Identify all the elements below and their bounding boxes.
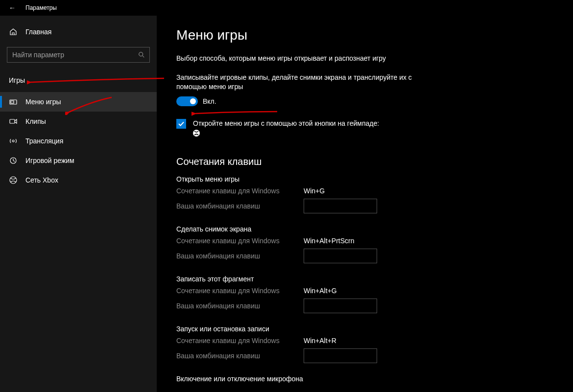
hotkey-user-input[interactable] bbox=[304, 199, 377, 213]
hotkey-group-name: Сделать снимок экрана bbox=[176, 225, 553, 233]
hotkey-windows-value: Win+Alt+PrtScrn bbox=[304, 237, 354, 245]
hotkey-group-name: Запуск или остановка записи bbox=[176, 325, 553, 333]
hotkey-windows-label: Сочетание клавиш для Windows bbox=[176, 287, 304, 295]
checkbox-text: Откройте меню игры с помощью этой кнопки… bbox=[193, 119, 379, 128]
hotkey-user-label: Ваша комбинация клавиш bbox=[176, 252, 304, 260]
sidebar-item-label: Клипы bbox=[25, 117, 46, 125]
svg-rect-3 bbox=[10, 119, 15, 123]
hotkey-user-input[interactable] bbox=[304, 348, 377, 363]
hotkey-group-name: Записать этот фрагмент bbox=[176, 275, 553, 283]
gamepad-checkbox[interactable] bbox=[176, 119, 186, 129]
hotkey-group: Записать этот фрагментСочетание клавиш д… bbox=[176, 275, 553, 313]
svg-rect-2 bbox=[11, 101, 14, 103]
clips-icon bbox=[9, 117, 18, 126]
sidebar-item-label: Сеть Xbox bbox=[25, 176, 58, 184]
hotkey-group: Открыть меню игрыСочетание клавиш для Wi… bbox=[176, 175, 553, 213]
sidebar-item-clips[interactable]: Клипы bbox=[0, 112, 157, 131]
sidebar-item-label: Трансляция bbox=[25, 137, 63, 145]
mic-section-title: Включение или отключение микрофона bbox=[176, 375, 553, 383]
intro-text: Выбор способа, которым меню игры открыва… bbox=[176, 54, 431, 63]
hotkey-windows-label: Сочетание клавиш для Windows bbox=[176, 337, 304, 345]
page-title: Меню игры bbox=[176, 27, 553, 43]
sidebar-section-label: Игры bbox=[0, 68, 157, 92]
sidebar-item-label: Игровой режим bbox=[25, 157, 74, 164]
xbox-guide-icon bbox=[193, 130, 379, 137]
toggle-knob bbox=[190, 98, 196, 104]
hotkey-user-label: Ваша комбинация клавиш bbox=[176, 202, 304, 210]
hotkey-windows-value: Win+Alt+R bbox=[304, 337, 336, 345]
titlebar: ← Параметры bbox=[0, 0, 573, 16]
search-wrap bbox=[7, 47, 150, 63]
toggle-value: Вкл. bbox=[203, 97, 216, 105]
sidebar-item-game-mode[interactable]: Игровой режим bbox=[0, 151, 157, 170]
hotkey-windows-value: Win+Alt+G bbox=[304, 287, 337, 295]
broadcast-icon bbox=[9, 137, 18, 145]
search-input[interactable] bbox=[7, 47, 150, 63]
app-title: Параметры bbox=[25, 4, 57, 11]
hotkey-windows-label: Сочетание клавиш для Windows bbox=[176, 237, 304, 245]
sidebar-item-label: Меню игры bbox=[25, 98, 61, 106]
content: Меню игры Выбор способа, которым меню иг… bbox=[157, 16, 573, 392]
svg-point-4 bbox=[12, 140, 14, 142]
back-arrow-icon[interactable]: ← bbox=[9, 4, 16, 12]
sidebar-item-xbox-network[interactable]: Сеть Xbox bbox=[0, 170, 157, 190]
sidebar: Главная Игры Меню игры bbox=[0, 16, 157, 392]
hotkey-user-input[interactable] bbox=[304, 299, 377, 313]
hotkey-group: Запуск или остановка записиСочетание кла… bbox=[176, 325, 553, 363]
home-icon bbox=[9, 27, 18, 36]
hotkey-user-label: Ваша комбинация клавиш bbox=[176, 302, 304, 310]
svg-point-7 bbox=[193, 130, 200, 137]
hotkey-user-input[interactable] bbox=[304, 249, 377, 263]
xbox-icon bbox=[9, 176, 18, 184]
svg-point-6 bbox=[10, 177, 17, 184]
sidebar-home-label: Главная bbox=[25, 28, 51, 36]
hotkey-windows-value: Win+G bbox=[304, 187, 325, 195]
hotkey-windows-label: Сочетание клавиш для Windows bbox=[176, 187, 304, 195]
game-bar-toggle[interactable] bbox=[176, 96, 198, 106]
hotkey-user-label: Ваша комбинация клавиш bbox=[176, 352, 304, 360]
toggle-description: Записывайте игровые клипы, делайте снимк… bbox=[176, 73, 431, 92]
hotkeys-title: Сочетания клавиш bbox=[176, 156, 553, 167]
game-mode-icon bbox=[9, 156, 18, 165]
game-bar-icon bbox=[9, 97, 18, 106]
hotkey-group-name: Открыть меню игры bbox=[176, 175, 553, 183]
hotkey-group: Сделать снимок экранаСочетание клавиш дл… bbox=[176, 225, 553, 263]
sidebar-item-broadcast[interactable]: Трансляция bbox=[0, 131, 157, 151]
sidebar-item-game-bar[interactable]: Меню игры bbox=[0, 92, 157, 112]
sidebar-home[interactable]: Главная bbox=[0, 24, 157, 39]
